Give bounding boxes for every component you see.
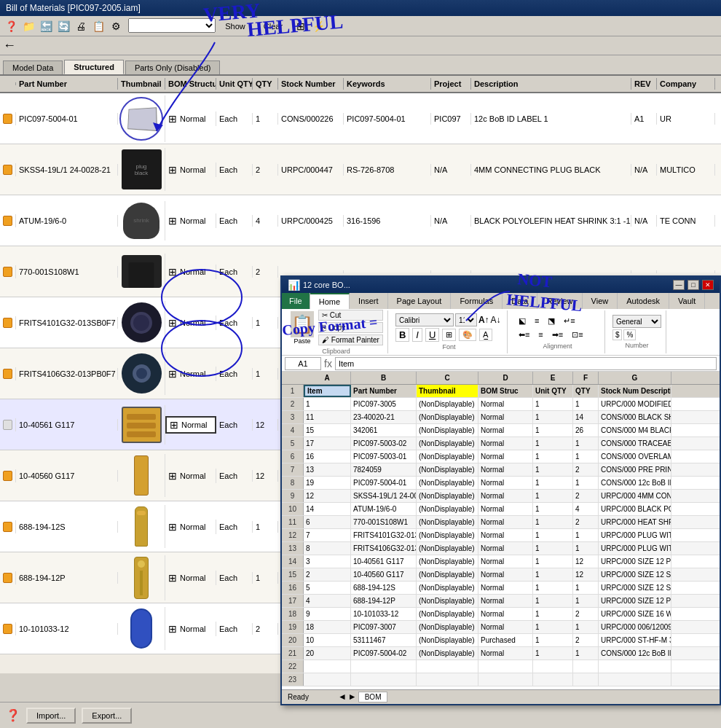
cell-D8[interactable]: Normal: [478, 477, 533, 489]
italic-button[interactable]: I: [412, 328, 422, 342]
cell-A7[interactable]: 13: [304, 463, 351, 476]
cell-B18[interactable]: 10-101033-12: [351, 608, 417, 620]
cell-C12[interactable]: (NonDisplayable): [417, 529, 478, 541]
cell-C13[interactable]: (NonDisplayable): [417, 542, 478, 555]
cell-B23[interactable]: [351, 673, 417, 686]
cell-B16[interactable]: 688-194-12S: [351, 582, 417, 594]
cell-G6[interactable]: CONS/000 OVERLAMIN/: [599, 450, 671, 463]
sheet-tab-bom[interactable]: BOM: [358, 692, 388, 702]
cell-D16[interactable]: Normal: [478, 582, 533, 594]
toolbar-icon-3[interactable]: 🔙: [38, 18, 54, 34]
cell-D9[interactable]: Normal: [478, 490, 533, 502]
align-top-center-button[interactable]: ≡: [531, 315, 543, 327]
cell-F23[interactable]: [573, 673, 599, 686]
cell-A18[interactable]: 9: [304, 608, 351, 620]
col-header-C[interactable]: C: [417, 372, 478, 384]
cell-G4[interactable]: CONS/000 M4 BLACK RI: [599, 424, 671, 437]
cell-B4[interactable]: 342061: [351, 424, 417, 437]
cell-C9[interactable]: (NonDisplayable): [417, 490, 478, 502]
tab-structured[interactable]: Structured: [64, 60, 124, 74]
cell-D19[interactable]: Normal: [478, 621, 533, 633]
excel-tab-view[interactable]: View: [583, 293, 618, 309]
close-button[interactable]: ✕: [702, 280, 714, 290]
font-color-button[interactable]: A̲: [479, 329, 492, 341]
align-top-right-button[interactable]: ⬔: [544, 315, 559, 327]
cell-A23[interactable]: [304, 673, 351, 686]
col-header-A[interactable]: A: [304, 372, 351, 384]
cell-F1[interactable]: QTY: [573, 385, 599, 397]
import-button[interactable]: Import...: [26, 708, 76, 724]
cell-D22[interactable]: [478, 660, 533, 673]
cell-D15[interactable]: Normal: [478, 568, 533, 581]
cell-A12[interactable]: 7: [304, 529, 351, 541]
cell-C3[interactable]: (NonDisplayable): [417, 411, 478, 423]
cell-F10[interactable]: 4: [573, 503, 599, 515]
cell-E6[interactable]: 1: [533, 450, 573, 463]
cell-F3[interactable]: 14: [573, 411, 599, 423]
cell-G13[interactable]: URPC/000 PLUG WITH R: [599, 542, 671, 555]
cell-E9[interactable]: 1: [533, 490, 573, 502]
cell-B20[interactable]: 53111467: [351, 634, 417, 646]
sheet-tab-prev[interactable]: ◄: [338, 692, 347, 702]
cell-B21[interactable]: PIC097-5004-02: [351, 647, 417, 659]
cell-B7[interactable]: 7824059: [351, 463, 417, 476]
cell-A20[interactable]: 10: [304, 634, 351, 646]
excel-tab-autodesk[interactable]: Autodesk: [618, 293, 669, 309]
cell-F16[interactable]: 1: [573, 582, 599, 594]
cell-A21[interactable]: 20: [304, 647, 351, 659]
bom-col-stock[interactable]: Stock Number: [278, 78, 344, 90]
fill-color-button[interactable]: 🎨: [459, 329, 476, 341]
cell-B13[interactable]: FRITS4106G32-013PB0(: [351, 542, 417, 555]
cell-G8[interactable]: CONS/000 12c BoB ID LA: [599, 477, 671, 489]
cell-C8[interactable]: (NonDisplayable): [417, 477, 478, 489]
cell-D14[interactable]: Normal: [478, 555, 533, 568]
cell-G12[interactable]: URPC/000 PLUG WITH R: [599, 529, 671, 541]
cell-B14[interactable]: 10-40561 G117: [351, 555, 417, 568]
bom-col-company[interactable]: Company: [657, 78, 715, 90]
cell-F6[interactable]: 1: [573, 450, 599, 463]
bom-col-part[interactable]: Part Number: [16, 78, 118, 90]
sheet-tab-next[interactable]: ►: [348, 692, 357, 702]
cell-F20[interactable]: 2: [573, 634, 599, 646]
cell-E8[interactable]: 1: [533, 477, 573, 489]
export-button[interactable]: Export...: [82, 708, 132, 724]
cell-C21[interactable]: (NonDisplayable): [417, 647, 478, 659]
cell-G20[interactable]: URPC/000 ST-HF-M 32x: [599, 634, 671, 646]
cell-F5[interactable]: 1: [573, 437, 599, 450]
merge-center-button[interactable]: ⊡≡: [568, 329, 586, 341]
cell-B22[interactable]: [351, 660, 417, 673]
cell-B8[interactable]: PIC097-5004-01: [351, 477, 417, 489]
cell-D3[interactable]: Normal: [478, 411, 533, 423]
toolbar-icon-5[interactable]: 🖨: [73, 18, 89, 34]
number-format-selector[interactable]: General: [612, 315, 661, 328]
cell-B3[interactable]: 23-40020-21: [351, 411, 417, 423]
cell-A16[interactable]: 5: [304, 582, 351, 594]
cell-F19[interactable]: 1: [573, 621, 599, 633]
toolbar-icon-2[interactable]: 📁: [20, 18, 36, 34]
cell-D21[interactable]: Normal: [478, 647, 533, 659]
cell-A15[interactable]: 2: [304, 568, 351, 581]
cell-D1[interactable]: BOM Struc: [478, 385, 533, 397]
format-painter-button[interactable]: 🖌 Format Painter: [318, 334, 383, 345]
cell-C16[interactable]: (NonDisplayable): [417, 582, 478, 594]
cell-G16[interactable]: URPC/000 SIZE 12 SOCK: [599, 582, 671, 594]
cell-F8[interactable]: 1: [573, 477, 599, 489]
cell-G19[interactable]: URPC/000 006/120098-A: [599, 621, 671, 633]
cell-G18[interactable]: URPC/000 SIZE 16 WIRE: [599, 608, 671, 620]
cell-A6[interactable]: 16: [304, 450, 351, 463]
cell-E7[interactable]: 1: [533, 463, 573, 476]
increase-font-button[interactable]: A↑: [478, 315, 489, 325]
cell-C23[interactable]: [417, 673, 478, 686]
cell-B10[interactable]: ATUM-19/6-0: [351, 503, 417, 515]
col-header-E[interactable]: E: [533, 372, 573, 384]
cell-D12[interactable]: Normal: [478, 529, 533, 541]
table-row[interactable]: PIC097-5004-01 ⊞Normal Each 1 CONS/00022…: [0, 93, 721, 144]
cell-D17[interactable]: Normal: [478, 595, 533, 607]
wrap-text-button[interactable]: ↵≡: [560, 315, 578, 327]
cell-G9[interactable]: URPC/000 4MM CONNE: [599, 490, 671, 502]
cell-E4[interactable]: 1: [533, 424, 573, 437]
cut-button[interactable]: ✂ Cut: [318, 310, 383, 321]
tab-parts-only[interactable]: Parts Only (Disabled): [125, 60, 221, 74]
cell-F14[interactable]: 12: [573, 555, 599, 568]
tab-model-data[interactable]: Model Data: [3, 60, 63, 74]
